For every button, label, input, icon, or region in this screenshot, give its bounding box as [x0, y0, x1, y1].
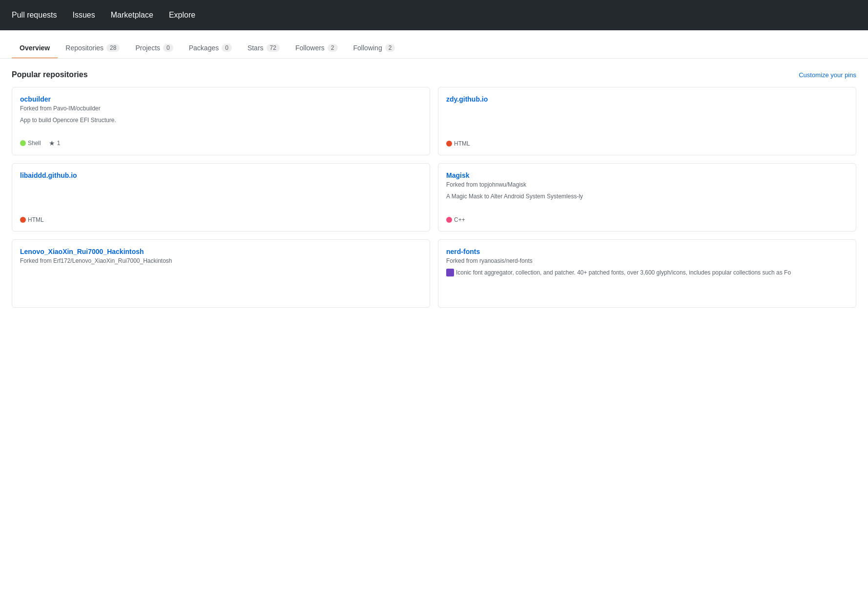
repo-fork-lenovo: Forked from Erf172/Lenovo_XiaoXin_Rui700…: [20, 257, 422, 264]
customize-pins-link[interactable]: Customize your pins: [799, 71, 856, 79]
repo-lang-magisk: C++: [446, 216, 465, 223]
repo-desc-magisk: A Magic Mask to Alter Android System Sys…: [446, 192, 848, 201]
repo-lang-zdy: HTML: [446, 140, 470, 147]
repo-lang-libaiddd: HTML: [20, 216, 44, 223]
nav-issues[interactable]: Issues: [73, 11, 95, 20]
tab-repositories-count: 28: [106, 44, 120, 52]
repo-card-zdy: zdy.github.io HTML: [438, 87, 856, 155]
profile-tabs: Overview Repositories 28 Projects 0 Pack…: [0, 38, 868, 59]
repo-card-nerd-fonts: nerd-fonts Forked from ryanoasis/nerd-fo…: [438, 239, 856, 308]
repo-card-libaiddd: libaiddd.github.io HTML: [12, 163, 430, 232]
tab-packages[interactable]: Packages 0: [181, 38, 240, 59]
repo-meta-ocbuilder: Shell ★ 1: [20, 135, 422, 147]
repo-meta-zdy: HTML: [446, 136, 848, 147]
repo-desc-nerd-fonts: Iconic font aggregator, collection, and …: [446, 268, 848, 277]
tab-projects-count: 0: [163, 44, 173, 52]
top-nav: Pull requests Issues Marketplace Explore: [0, 0, 868, 30]
repo-meta-magisk: C++: [446, 212, 848, 223]
repo-name-zdy[interactable]: zdy.github.io: [446, 95, 848, 103]
star-icon-ocbuilder: ★: [49, 139, 55, 147]
repo-meta-nerd-fonts: [446, 296, 848, 299]
tab-projects[interactable]: Projects 0: [127, 38, 181, 59]
repo-name-libaiddd[interactable]: libaiddd.github.io: [20, 171, 422, 179]
tab-stars-label: Stars: [248, 44, 264, 52]
nav-explore[interactable]: Explore: [169, 11, 195, 20]
repo-fork-magisk: Forked from topjohnwu/Magisk: [446, 181, 848, 188]
repo-name-nerd-fonts[interactable]: nerd-fonts: [446, 248, 848, 255]
tab-followers[interactable]: Followers 2: [288, 38, 346, 59]
tab-repositories-label: Repositories: [65, 44, 103, 52]
tab-stars[interactable]: Stars 72: [240, 38, 288, 59]
nav-marketplace[interactable]: Marketplace: [111, 11, 153, 20]
tab-followers-count: 2: [328, 44, 338, 52]
tab-following[interactable]: Following 2: [346, 38, 403, 59]
repo-card-lenovo: Lenovo_XiaoXin_Rui7000_Hackintosh Forked…: [12, 239, 430, 308]
lang-dot-ocbuilder: [20, 140, 26, 146]
popular-repos-title: Popular repositories: [12, 70, 88, 79]
repo-stars-ocbuilder: ★ 1: [49, 139, 61, 147]
tab-repositories[interactable]: Repositories 28: [58, 38, 127, 59]
repo-card-magisk: Magisk Forked from topjohnwu/Magisk A Ma…: [438, 163, 856, 232]
tab-stars-count: 72: [267, 44, 280, 52]
tab-followers-label: Followers: [295, 44, 325, 52]
repo-card-ocbuilder: ocbuilder Forked from Pavo-IM/ocbuilder …: [12, 87, 430, 155]
repo-fork-nerd-fonts: Forked from ryanoasis/nerd-fonts: [446, 257, 848, 264]
tab-packages-count: 0: [222, 44, 232, 52]
tab-following-label: Following: [353, 44, 382, 52]
tab-overview-label: Overview: [20, 44, 50, 52]
lang-dot-magisk: [446, 217, 452, 223]
tab-following-count: 2: [385, 44, 395, 52]
repo-lang-ocbuilder: Shell: [20, 140, 41, 147]
nerd-fonts-icon: [446, 269, 454, 276]
repo-desc-ocbuilder: App to build Opencore EFI Structure.: [20, 116, 422, 125]
tab-projects-label: Projects: [135, 44, 160, 52]
repo-grid: ocbuilder Forked from Pavo-IM/ocbuilder …: [12, 87, 856, 308]
repo-name-magisk[interactable]: Magisk: [446, 171, 848, 179]
tab-packages-label: Packages: [189, 44, 219, 52]
lang-dot-libaiddd: [20, 217, 26, 223]
main-content: Popular repositories Customize your pins…: [0, 59, 868, 319]
popular-repos-header: Popular repositories Customize your pins: [12, 70, 856, 79]
repo-name-lenovo[interactable]: Lenovo_XiaoXin_Rui7000_Hackintosh: [20, 248, 422, 255]
tab-overview[interactable]: Overview: [12, 38, 58, 59]
repo-fork-ocbuilder: Forked from Pavo-IM/ocbuilder: [20, 105, 422, 112]
repo-meta-lenovo: [20, 296, 422, 299]
nav-pull-requests[interactable]: Pull requests: [12, 11, 57, 20]
lang-dot-zdy: [446, 141, 452, 147]
repo-meta-libaiddd: HTML: [20, 212, 422, 223]
repo-name-ocbuilder[interactable]: ocbuilder: [20, 95, 422, 103]
